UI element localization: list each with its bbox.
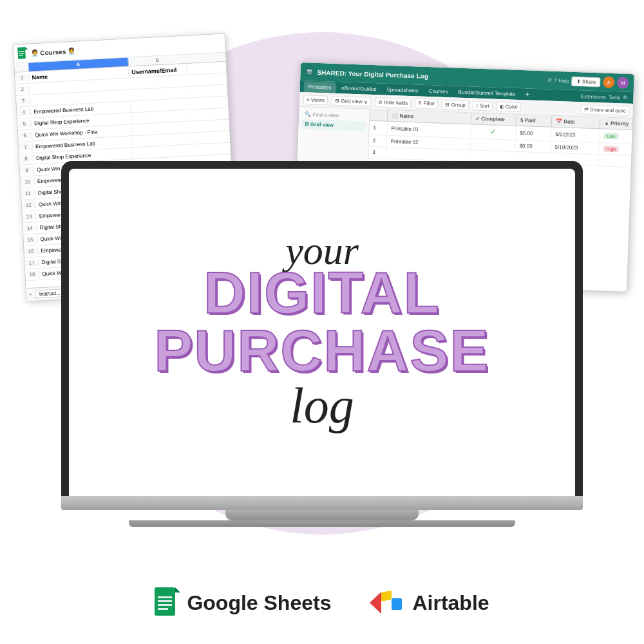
undo-icon: ↺	[547, 77, 551, 83]
airtable-title: SHARED: Your Digital Purchase Log	[317, 68, 428, 79]
col-date: 📅 Date	[552, 116, 601, 129]
google-sheets-icon	[17, 47, 28, 61]
share-sync-btn[interactable]: ⇄ Share and sync	[581, 104, 629, 116]
row-complete-1: ✓	[471, 124, 516, 139]
airtable-top-right: ↺ ? Help ⬆ Share A M	[547, 74, 629, 88]
filter-button[interactable]: ⧖ Filter	[415, 98, 439, 109]
col-num	[370, 109, 388, 121]
row-num-3: 3	[368, 147, 387, 158]
svg-marker-1	[25, 47, 28, 50]
airtable-sidebar: 🔍 Find a view ⊞ Grid view	[297, 107, 370, 169]
log-label: log	[154, 377, 489, 435]
sheets-title: 🧑‍💼 Courses 🧑‍💼	[30, 47, 75, 57]
color-button[interactable]: ◐ Color	[496, 101, 521, 111]
row-date-1: 6/2/2023	[551, 129, 600, 142]
sheets-url-header: Username/Email	[129, 65, 187, 76]
grid-view-sidebar-item[interactable]: ⊞ Grid view	[301, 119, 366, 131]
screen-content: your DIGITAL PURCHASE log	[141, 218, 502, 448]
svg-rect-4	[19, 55, 23, 56]
avatar-1: A	[603, 76, 615, 88]
row-priority-2: High	[599, 143, 632, 155]
views-button[interactable]: ≡ Views	[303, 95, 328, 105]
row-name-1: Printable 01	[387, 123, 471, 137]
row-paid-1: $5.00	[516, 128, 552, 140]
sheets-rownum-1: 1	[15, 74, 30, 82]
airtable-label: Airtable	[412, 591, 489, 615]
svg-rect-14	[381, 591, 392, 601]
tools-label: Tools	[609, 94, 621, 100]
right-toolbar-items: Extensions Tools 🔍	[581, 93, 630, 101]
search-icon[interactable]: 🔍	[623, 95, 629, 100]
grid-view-button[interactable]: ⊞ Grid view ∨	[332, 95, 371, 106]
tab-spreadsheets[interactable]: Spreadsheets	[382, 84, 423, 96]
row-paid-3	[515, 155, 551, 161]
svg-rect-6	[307, 69, 312, 71]
extensions-label: Extensions	[581, 93, 606, 100]
svg-rect-15	[392, 598, 402, 610]
row-complete-2	[471, 142, 516, 148]
col-priority: ▲ Priority	[600, 117, 633, 129]
sheets-corner	[14, 63, 29, 72]
laptop-screen-outer: your DIGITAL PURCHASE log	[61, 161, 583, 496]
hide-fields-button[interactable]: ⊘ Hide fields	[375, 97, 412, 108]
google-sheets-label: Google Sheets	[187, 591, 331, 615]
row-num-2: 2	[369, 135, 388, 147]
svg-rect-12	[158, 608, 168, 610]
col-complete: ✓ Complete	[471, 113, 517, 125]
svg-rect-0	[17, 47, 26, 59]
purchase-label: PURCHASE	[154, 322, 489, 380]
google-sheets-logo-icon	[155, 587, 180, 618]
sort-button[interactable]: ↕ Sort	[473, 100, 493, 111]
avatar-2: M	[617, 77, 629, 89]
laptop-stand	[225, 510, 419, 520]
row-num-1: 1	[369, 122, 388, 134]
google-sheets-logo: Google Sheets	[155, 587, 331, 618]
airtable-logo-icon	[370, 588, 406, 618]
tab-printables[interactable]: Printables	[303, 81, 336, 93]
row-paid-2: $0.00	[515, 140, 551, 153]
add-tab-icon[interactable]: +	[521, 88, 534, 100]
tab-ebooks[interactable]: eBooks/Guides	[337, 82, 381, 95]
sheets-tab-instructions: Instruct...	[34, 289, 65, 298]
share-sync-button[interactable]: ⇄ Share and sync	[581, 104, 629, 116]
laptop-base	[61, 496, 583, 510]
row-name-3	[386, 150, 470, 158]
laptop-screen-inner: your DIGITAL PURCHASE log	[69, 169, 575, 496]
svg-marker-13	[370, 592, 381, 614]
airtable-logo: Airtable	[370, 588, 489, 618]
bottom-logos: Google Sheets Airtable	[0, 587, 644, 618]
group-button[interactable]: ⊟ Group	[442, 99, 469, 109]
help-text: ? Help	[554, 77, 569, 84]
row-priority-1: Low	[600, 130, 632, 142]
laptop: your DIGITAL PURCHASE log	[61, 161, 583, 527]
airtable-logo-icon	[305, 68, 313, 75]
svg-rect-11	[158, 604, 172, 606]
svg-marker-8	[175, 587, 180, 592]
laptop-foot	[129, 520, 515, 527]
svg-rect-9	[158, 596, 172, 598]
row-priority-3	[599, 158, 632, 164]
tab-courses[interactable]: Courses	[424, 85, 453, 97]
col-paid: $ Paid	[516, 115, 553, 127]
tab-bundle[interactable]: Bundle/Summit Template	[453, 86, 520, 100]
row-date-2: 5/19/2023	[551, 142, 600, 155]
row-complete-3	[470, 153, 515, 160]
sheets-add-tab: +	[29, 292, 32, 298]
share-button[interactable]: ⬆ Share	[571, 76, 600, 87]
digital-label: DIGITAL	[154, 264, 489, 322]
svg-rect-10	[158, 600, 172, 602]
